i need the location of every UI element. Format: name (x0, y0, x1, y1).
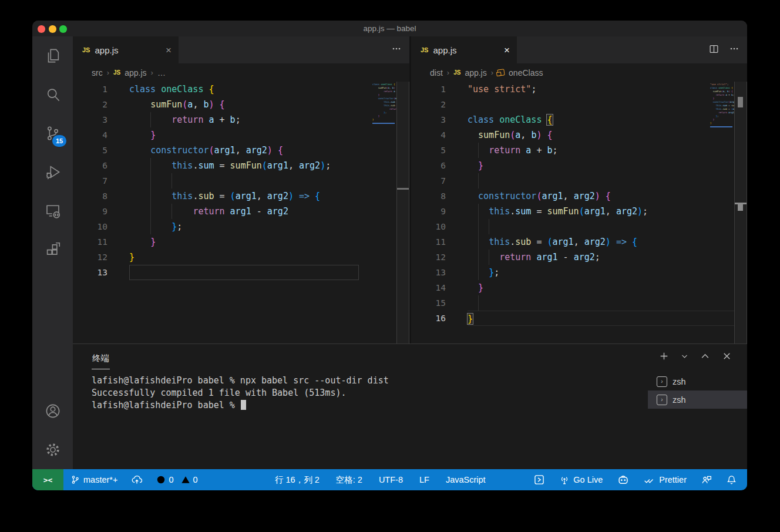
scrollbar[interactable] (396, 82, 409, 344)
sidebar-item-run-debug[interactable] (32, 153, 73, 191)
settings-button[interactable] (32, 430, 73, 469)
code-line[interactable]: 3 return a + b; (73, 112, 409, 127)
code-line[interactable]: 2 (411, 97, 747, 112)
line-number: 9 (411, 204, 446, 219)
code-line[interactable]: 10 }; (73, 219, 409, 234)
problems-status[interactable]: 0 0 (156, 475, 197, 484)
terminal-session[interactable]: ›zsh (648, 372, 747, 390)
warning-icon (181, 475, 190, 484)
remote-explorer-icon (44, 202, 62, 220)
code-line[interactable]: 12} (73, 250, 409, 265)
code-line[interactable]: 1"use strict"; (411, 82, 747, 97)
breadcrumb-item[interactable]: … (157, 68, 166, 78)
notifications-button[interactable] (727, 475, 737, 485)
terminal-session[interactable]: ›zsh (648, 390, 747, 409)
editor-area: JS app.js × src›JSapp.js›… 1class oneCla… (73, 36, 747, 344)
code-line[interactable]: 8 constructor(arg1, arg2) { (411, 188, 747, 204)
tab-bar-left: JS app.js × (73, 36, 409, 63)
code-line[interactable]: 10 (411, 219, 747, 234)
code-line[interactable]: 9 this.sum = sumFun(arg1, arg2); (411, 204, 747, 219)
code-line[interactable]: 13 (73, 265, 409, 280)
language-mode-status[interactable]: JavaScript (446, 475, 486, 484)
maximize-panel-icon[interactable] (700, 351, 710, 363)
terminal-session-list: ›zsh›zsh (648, 370, 747, 470)
js-file-icon: JS (113, 69, 120, 76)
code-line[interactable]: 7 (411, 173, 747, 188)
line-number: 2 (73, 97, 107, 112)
go-live-button[interactable]: Go Live (559, 474, 603, 485)
scrollbar[interactable] (734, 82, 747, 344)
line-number: 2 (411, 97, 446, 112)
code-line[interactable]: 5 constructor(arg1, arg2) { (73, 143, 409, 158)
sidebar-item-source-control[interactable]: 15 (32, 114, 73, 153)
sidebar-item-search[interactable] (32, 75, 73, 114)
code-line[interactable]: 6 this.sum = sumFun(arg1, arg2); (73, 158, 409, 173)
code-line[interactable]: 15 (411, 295, 747, 311)
double-check-icon (644, 474, 655, 485)
code-line[interactable]: 5 return a + b; (411, 143, 747, 158)
code-line[interactable]: 11 } (73, 234, 409, 250)
code-line[interactable]: 16} (411, 311, 747, 326)
more-actions-icon[interactable] (392, 44, 401, 56)
line-number: 5 (411, 143, 446, 158)
code-line[interactable]: 4 sumFun(a, b) { (411, 127, 747, 143)
tab-appjs-right[interactable]: JS app.js × (411, 36, 517, 63)
tab-bar-right: JS app.js × (411, 36, 747, 63)
encoding-status[interactable]: UTF-8 (379, 475, 403, 484)
breadcrumb-item[interactable]: app.js (465, 68, 486, 78)
publish-changes-button[interactable] (132, 474, 142, 485)
minimap[interactable]: class oneClass { sumFun(a, b) { return a… (372, 83, 397, 124)
minimap[interactable]: "use strict";class oneClass { sumFun(a, … (710, 83, 735, 127)
code-line[interactable]: 12 return arg1 - arg2; (411, 250, 747, 265)
split-editor-icon[interactable] (709, 44, 719, 56)
close-tab-icon[interactable]: × (166, 45, 172, 55)
sidebar-item-remote-explorer[interactable] (32, 191, 73, 230)
code-runner-button[interactable] (534, 474, 544, 485)
sidebar-item-extensions[interactable] (32, 230, 73, 269)
feedback-button[interactable] (701, 474, 712, 485)
new-terminal-icon[interactable] (659, 351, 669, 363)
terminal-cursor (241, 400, 246, 410)
breadcrumb-item[interactable]: oneClass (509, 68, 543, 78)
line-number: 4 (73, 127, 107, 143)
line-number: 13 (411, 265, 446, 280)
tab-terminal[interactable]: 终端 (92, 345, 110, 369)
prettier-status[interactable]: Prettier (644, 474, 687, 485)
code-editor[interactable]: 1class oneClass {2 sumFun(a, b) {3 retur… (73, 82, 409, 280)
line-number: 1 (73, 82, 107, 97)
code-editor[interactable]: 1"use strict";23class oneClass {4 sumFun… (411, 82, 747, 326)
more-actions-icon[interactable] (729, 44, 739, 56)
git-branch-status[interactable]: master*+ (70, 475, 117, 484)
session-label: zsh (673, 377, 686, 386)
copilot-button[interactable] (617, 474, 629, 486)
terminal-output[interactable]: lafish@lafishdeiPro babel % npx babel sr… (73, 370, 648, 470)
indentation-status[interactable]: 空格: 2 (336, 474, 362, 486)
code-line[interactable]: 3class oneClass { (411, 112, 747, 127)
code-line[interactable]: 8 this.sub = (arg1, arg2) => { (73, 188, 409, 204)
eol-status[interactable]: LF (419, 475, 429, 484)
breadcrumb-separator: › (107, 68, 109, 77)
close-tab-icon[interactable]: × (504, 45, 510, 55)
line-number: 13 (73, 265, 107, 280)
code-line[interactable]: 6 } (411, 158, 747, 173)
accounts-button[interactable] (32, 392, 73, 430)
code-line[interactable]: 11 this.sub = (arg1, arg2) => { (411, 234, 747, 250)
code-line[interactable]: 9 return arg1 - arg2 (73, 204, 409, 219)
cursor-position-status[interactable]: 行 16，列 2 (275, 474, 320, 486)
code-line[interactable]: 7 (73, 173, 409, 188)
code-line[interactable]: 13 }; (411, 265, 747, 280)
remote-indicator[interactable]: >< (32, 469, 63, 490)
code-line[interactable]: 1class oneClass { (73, 82, 409, 97)
close-panel-icon[interactable] (722, 351, 732, 363)
sidebar-item-explorer[interactable] (32, 36, 73, 75)
code-line[interactable]: 2 sumFun(a, b) { (73, 97, 409, 112)
code-line[interactable]: 4 } (73, 127, 409, 143)
breadcrumb-item[interactable]: dist (430, 68, 443, 78)
breadcrumb-item[interactable]: app.js (125, 68, 146, 78)
tab-appjs-left[interactable]: JS app.js × (73, 36, 179, 63)
line-number: 12 (73, 250, 107, 265)
terminal-dropdown-icon[interactable] (681, 352, 688, 362)
breadcrumb-item[interactable]: src (92, 68, 103, 78)
gear-icon (44, 441, 62, 459)
code-line[interactable]: 14 } (411, 280, 747, 295)
